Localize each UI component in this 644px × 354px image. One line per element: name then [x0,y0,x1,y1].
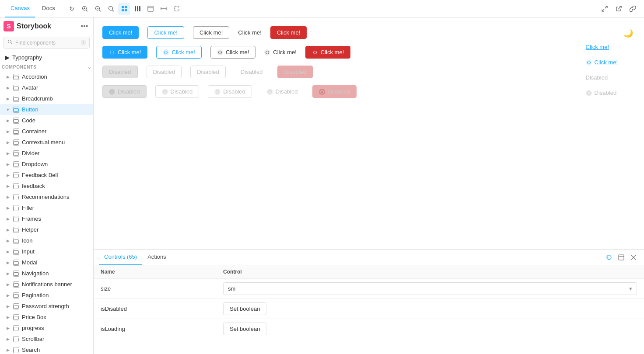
set-boolean-isdisabled[interactable]: Set boolean [223,302,266,315]
chevron-right-icon: ▶ [5,162,10,167]
search-box[interactable]: Find components / [4,37,90,49]
nav-item-modal[interactable]: ▶ Modal [0,257,93,268]
expand-panel-button[interactable] [616,252,626,263]
close-panel-button[interactable] [628,252,639,263]
set-boolean-isloading[interactable]: Set boolean [223,323,266,335]
nav-item-helper[interactable]: ▶ Helper [0,224,93,235]
button-outline-dark-icon[interactable]: Click me! [210,46,256,59]
zoom-in-icon[interactable] [79,3,91,15]
svg-point-65 [321,90,324,93]
nav-item-contextual-menu[interactable]: ▶ Contextual menu [0,137,93,148]
svg-rect-31 [14,119,19,122]
nav-item-avatar[interactable]: ▶ Avatar [0,82,93,93]
tab-canvas[interactable]: Canvas [5,0,35,17]
control-row-size: size sm ▾ [94,279,644,299]
external-link-icon[interactable] [612,3,625,15]
control-name-isdisabled: isDisabled [101,305,223,312]
nav-label: Button [22,106,38,113]
button-icon-disabled [267,89,273,95]
nav-item-input[interactable]: ▶ Input [0,246,93,257]
nav-item-navigation[interactable]: ▶ Navigation [0,268,93,279]
nav-label: Modal [22,259,37,266]
button-outline-blue[interactable]: Click me! [147,26,184,39]
svg-rect-37 [14,185,19,188]
nav-item-scrollbar[interactable]: ▶ Scrollbar [0,333,93,344]
typography-label: Typography [12,54,42,61]
control-name-isloading: isLoading [101,326,223,332]
button-text-link-icon[interactable]: Click me! [586,59,618,66]
grid-icon[interactable] [131,3,144,15]
nav-item-recommendations[interactable]: ▶ Recommendations [0,191,93,202]
folder-icon [13,260,19,266]
button-disabled-primary-icon: Disabled [102,85,147,98]
nav-item-breadcrumb[interactable]: ▶ Breadcrumb [0,93,93,104]
size-value: sm [228,285,235,292]
svg-rect-39 [14,207,19,210]
nav-item-dropdown[interactable]: ▶ Dropdown [0,159,93,170]
search-shortcut: / [81,40,86,45]
layout-icon[interactable] [144,3,157,15]
button-outline-dark[interactable]: Click me! [193,26,229,39]
button-text[interactable]: Click me! [238,27,261,38]
nav-item-icon[interactable]: ▶ Icon [0,235,93,246]
button-outline-icon[interactable]: Click me! [156,46,201,59]
svg-rect-51 [14,338,19,341]
size-select[interactable]: sm ▾ [223,282,637,295]
chevron-right-icon: ▶ [5,118,10,123]
dark-mode-button[interactable]: 🌙 [621,26,635,40]
folder-icon [13,118,19,124]
nav-item-divider[interactable]: ▶ Divider [0,148,93,159]
folder-icon [13,85,19,91]
nav-item-price-box[interactable]: ▶ Price Box [0,312,93,323]
nav-item-search[interactable]: ▶ Search [0,344,93,354]
button-text-link[interactable]: Click me! [586,44,618,50]
nav-label: Feedback Bell [22,172,58,178]
chevron-right-icon: ▶ [5,347,10,353]
tab-controls[interactable]: Controls (65) [99,250,142,265]
tab-actions[interactable]: Actions [142,250,172,265]
sidebar-more-button[interactable]: ••• [79,21,90,31]
button-primary[interactable]: Click me! [102,26,139,39]
frame-icon[interactable] [171,3,183,15]
nav-item-accordion[interactable]: ▶ Accordion [0,71,93,82]
svg-point-59 [266,51,269,54]
nav-item-feedback[interactable]: ▶ feedback [0,180,93,191]
nav-item-progress[interactable]: ▶ progress [0,323,93,333]
tab-docs[interactable]: Docs [37,0,60,17]
canvas-row-1: Click me! Click me! Click me! Click me! … [102,26,635,39]
nav-item-code[interactable]: ▶ Code [0,115,93,126]
nav-item-container[interactable]: ▶ Container [0,126,93,137]
nav-item-notifications-banner[interactable]: ▶ Notifications banner [0,279,93,290]
zoom-reset-icon[interactable] [105,3,117,15]
link-copy-icon[interactable] [626,3,639,15]
button-disabled-outline-dark-icon: Disabled [208,85,252,98]
canvas-row-3: Disabled Disabled Disabled Disabled Disa… [102,66,635,78]
refresh-icon[interactable]: ↻ [66,3,78,15]
nav-item-feedback-bell[interactable]: ▶ Feedback Bell [0,170,93,180]
nav-label: Container [22,128,46,135]
svg-point-63 [216,90,219,93]
nav-item-button[interactable]: ▼ Button [0,104,93,115]
folder-icon [13,74,19,80]
nav-item-frames[interactable]: ▶ Frames [0,213,93,224]
nav-item-pagination[interactable]: ▶ Pagination [0,290,93,301]
button-primary-icon[interactable]: Click me! [102,46,147,59]
folder-icon [13,227,19,233]
nav-item-password-strength[interactable]: ▶ Password strength [0,301,93,312]
zoom-out-icon[interactable] [92,3,104,15]
button-danger-icon[interactable]: Click me! [305,46,350,59]
button-disabled-text: Disabled [234,66,269,78]
folder-icon [13,150,19,156]
section-collapse-icon[interactable]: ⌄ [88,65,91,69]
nav-label: Input [22,248,35,255]
app-title: Storybook [17,22,51,30]
reset-all-button[interactable] [604,252,614,263]
measure-icon[interactable] [158,3,170,15]
expand-icon[interactable] [598,3,611,15]
nav-item-filler[interactable]: ▶ Filler [0,202,93,213]
component-icon[interactable] [118,3,130,15]
sidebar-item-typography[interactable]: ▶ Typography [0,52,93,63]
button-text-icon[interactable]: Click me! [264,46,296,58]
svg-point-58 [218,51,221,54]
button-danger[interactable]: Click me! [270,26,307,39]
